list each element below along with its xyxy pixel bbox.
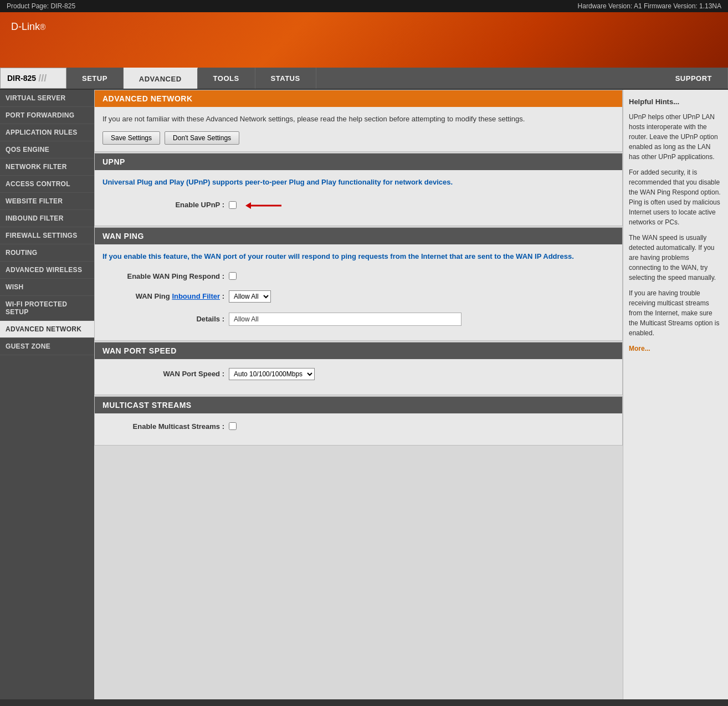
wan-port-speed-header: WAN PORT SPEED: [95, 342, 622, 359]
upnp-arrow: [245, 198, 284, 211]
multicast-block: MULTICAST STREAMS Enable Multicast Strea…: [94, 396, 623, 446]
multicast-title: MULTICAST STREAMS: [102, 401, 192, 410]
multicast-enable-label: Enable Multicast Streams :: [102, 422, 224, 431]
hints-text-3: If you are having trouble receiving mult…: [629, 288, 722, 338]
product-label: Product Page: DIR-825: [7, 2, 75, 10]
wan-ping-inbound-prefix: WAN Ping: [136, 292, 170, 300]
sidebar-item-virtual-server[interactable]: VIRTUAL SERVER: [0, 90, 94, 107]
header: D-Link®: [0, 12, 728, 68]
content-area: ADVANCED NETWORK If you are not familiar…: [94, 90, 623, 699]
hints-text-0: UPnP helps other UPnP LAN hosts interope…: [629, 112, 722, 162]
router-id: DIR-825 ///: [0, 68, 66, 89]
intro-text: If you are not familiar with these Advan…: [102, 114, 614, 125]
wan-port-speed-row: WAN Port Speed : Auto 10/100/1000Mbps 10…: [102, 366, 614, 382]
dont-save-settings-button[interactable]: Don't Save Settings: [165, 131, 239, 145]
top-bar: Product Page: DIR-825 Hardware Version: …: [0, 0, 728, 12]
slashes-decoration: ///: [38, 73, 47, 84]
wan-port-speed-content: WAN Port Speed : Auto 10/100/1000Mbps 10…: [95, 359, 622, 395]
sidebar-item-routing[interactable]: ROUTING: [0, 244, 94, 262]
wan-ping-inbound-row: WAN Ping Inbound Filter : Allow All Deny…: [102, 288, 614, 305]
nav-tabs: DIR-825 /// SETUP ADVANCED TOOLS STATUS …: [0, 68, 728, 90]
upnp-header: UPNP: [95, 154, 622, 170]
sidebar-item-website-filter[interactable]: WEBSITE FILTER: [0, 193, 94, 210]
logo: D-Link®: [11, 19, 717, 42]
tab-advanced[interactable]: ADVANCED: [124, 68, 198, 89]
sidebar-item-inbound-filter[interactable]: INBOUND FILTER: [0, 210, 94, 227]
firmware-label: Hardware Version: A1 Firmware Version: 1…: [578, 2, 721, 10]
upnp-enable-row: Enable UPnP :: [102, 196, 614, 213]
wan-ping-content: If you enable this feature, the WAN port…: [95, 244, 622, 340]
wan-ping-block: WAN PING If you enable this feature, the…: [94, 227, 623, 341]
sidebar-item-wifi-protected-setup[interactable]: WI-FI PROTECTED SETUP: [0, 296, 94, 321]
wireless-bar: WIRELESS: [0, 699, 728, 706]
multicast-enable-row: Enable Multicast Streams :: [102, 420, 614, 433]
sidebar-item-wish[interactable]: WISH: [0, 279, 94, 296]
multicast-content: Enable Multicast Streams :: [95, 413, 622, 445]
wan-ping-respond-checkbox[interactable]: [229, 272, 237, 280]
inbound-filter-select[interactable]: Allow All Deny All: [229, 290, 271, 303]
sidebar-item-firewall-settings[interactable]: FIREWALL SETTINGS: [0, 227, 94, 244]
sidebar-item-guest-zone[interactable]: GUEST ZONE: [0, 338, 94, 355]
sidebar: VIRTUAL SERVER PORT FORWARDING APPLICATI…: [0, 90, 94, 699]
wan-port-speed-block: WAN PORT SPEED WAN Port Speed : Auto 10/…: [94, 342, 623, 395]
details-field: Allow All: [229, 313, 462, 326]
multicast-enable-checkbox[interactable]: [229, 422, 237, 430]
sidebar-item-application-rules[interactable]: APPLICATION RULES: [0, 124, 94, 141]
details-row: Details : Allow All: [102, 310, 614, 328]
right-sidebar: Helpful Hints... UPnP helps other UPnP L…: [623, 90, 728, 699]
upnp-block: UPNP Universal Plug and Play (UPnP) supp…: [94, 153, 623, 227]
tab-status[interactable]: STATUS: [255, 68, 316, 89]
wan-port-speed-title: WAN PORT SPEED: [102, 346, 177, 355]
hints-text-1: For added security, it is recommended th…: [629, 167, 722, 227]
save-settings-button[interactable]: Save Settings: [102, 131, 160, 145]
more-link[interactable]: More...: [629, 345, 650, 352]
wan-port-speed-label: WAN Port Speed :: [102, 370, 224, 378]
wan-ping-header: WAN PING: [95, 228, 622, 244]
advanced-network-content: If you are not familiar with these Advan…: [95, 107, 622, 151]
sidebar-item-advanced-wireless[interactable]: ADVANCED WIRELESS: [0, 262, 94, 279]
multicast-header: MULTICAST STREAMS: [95, 397, 622, 413]
sidebar-item-qos-engine[interactable]: QOS ENGINE: [0, 141, 94, 158]
hints-text-2: The WAN speed is usually detected automa…: [629, 233, 722, 283]
main-layout: VIRTUAL SERVER PORT FORWARDING APPLICATI…: [0, 90, 728, 699]
logo-trademark: ®: [40, 23, 45, 32]
wan-ping-title: WAN PING: [102, 232, 144, 241]
wan-port-speed-select[interactable]: Auto 10/100/1000Mbps 10Mbps - Half Duple…: [229, 368, 315, 380]
tab-setup[interactable]: SETUP: [66, 68, 124, 89]
upnp-enable-label: Enable UPnP :: [102, 201, 224, 209]
wan-ping-respond-label: Enable WAN Ping Respond :: [102, 272, 224, 280]
advanced-network-header: ADVANCED NETWORK: [95, 90, 622, 107]
tab-tools[interactable]: TOOLS: [198, 68, 255, 89]
details-label: Details :: [102, 315, 224, 323]
sidebar-item-network-filter[interactable]: NETWORK FILTER: [0, 158, 94, 176]
upnp-title: UPNP: [102, 157, 125, 166]
advanced-network-block: ADVANCED NETWORK If you are not familiar…: [94, 90, 623, 152]
inbound-filter-link[interactable]: Inbound Filter: [172, 292, 220, 300]
advanced-network-title: ADVANCED NETWORK: [102, 94, 193, 103]
wan-ping-inbound-colon: :: [222, 292, 224, 300]
upnp-content: Universal Plug and Play (UPnP) supports …: [95, 170, 622, 226]
sidebar-item-advanced-network[interactable]: ADVANCED NETWORK: [0, 321, 94, 338]
upnp-description: Universal Plug and Play (UPnP) supports …: [102, 177, 614, 188]
wan-ping-inbound-label: WAN Ping Inbound Filter :: [102, 292, 224, 300]
upnp-enable-checkbox[interactable]: [229, 201, 237, 209]
hints-title: Helpful Hints...: [629, 96, 722, 108]
router-id-text: DIR-825: [7, 74, 36, 83]
wan-ping-description: If you enable this feature, the WAN port…: [102, 251, 614, 262]
tab-support[interactable]: SUPPORT: [660, 68, 728, 89]
wan-ping-respond-row: Enable WAN Ping Respond :: [102, 270, 614, 283]
svg-marker-1: [245, 202, 251, 209]
sidebar-item-port-forwarding[interactable]: PORT FORWARDING: [0, 107, 94, 124]
button-row: Save Settings Don't Save Settings: [102, 131, 614, 145]
logo-text: D-Link: [11, 21, 40, 32]
sidebar-item-access-control[interactable]: ACCESS CONTROL: [0, 176, 94, 193]
